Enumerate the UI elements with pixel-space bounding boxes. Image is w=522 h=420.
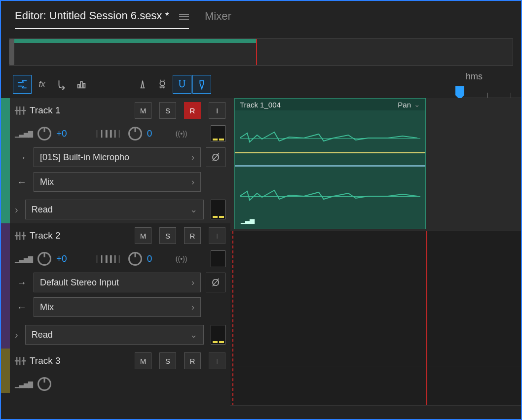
track-lane-2[interactable] [230, 231, 521, 366]
chevron-down-icon[interactable]: ⌄ [414, 100, 420, 109]
output-select-2[interactable]: Mix › [34, 297, 201, 317]
chevron-right-icon: › [191, 152, 194, 163]
panel-tabs: Editor: Untitled Session 6.sesx * Mixer [1, 1, 521, 32]
tab-editor-label: Editor: Untitled Session 6.sesx * [15, 9, 169, 22]
timeline-lanes[interactable]: Track 1_004 Pan ⌄ [230, 98, 521, 406]
phase-button-2[interactable]: Ø [206, 273, 225, 292]
playhead-pin-toggle[interactable] [192, 75, 211, 94]
pan-icon: ▏▎▍▍▎▏ [97, 130, 123, 138]
overview-clip [14, 39, 256, 43]
input-label-1: [01S] Built-in Micropho [40, 152, 129, 163]
chevron-right-icon: › [191, 278, 194, 288]
volume-knob-3[interactable] [37, 377, 51, 391]
monitor-button-3[interactable]: I [209, 352, 225, 369]
solo-button-3[interactable]: S [159, 352, 176, 369]
expand-automation-2[interactable]: › [15, 329, 18, 341]
meter-2b [211, 325, 225, 345]
input-arrow-icon: → [15, 152, 29, 163]
mute-button-2[interactable]: M [135, 227, 151, 244]
tab-mixer[interactable]: Mixer [205, 10, 231, 29]
clip-header[interactable]: Track 1_004 Pan ⌄ [235, 99, 425, 110]
solo-button-1[interactable]: S [159, 102, 176, 119]
track-color-2[interactable] [1, 223, 10, 349]
envelope-pan[interactable] [235, 165, 425, 167]
chevron-right-icon: › [191, 177, 194, 187]
track-header-3[interactable]: ╋╫╋ Track 3 M S R I ▁▃▅▇ [1, 349, 230, 393]
pan-value-2[interactable]: 0 [147, 253, 152, 264]
volume-knob-2[interactable] [37, 252, 51, 266]
pan-icon: ▏▎▍▍▎▏ [97, 255, 123, 263]
clip-name: Track 1_004 [240, 101, 281, 109]
output-select-1[interactable]: Mix › [34, 172, 201, 192]
meter-1 [211, 125, 225, 142]
sends-toggle[interactable] [52, 75, 71, 94]
automation-mode-2[interactable]: Read ⌄ [25, 325, 204, 345]
pan-knob-1[interactable] [128, 127, 142, 140]
chevron-right-icon: › [191, 302, 194, 313]
track-header-2[interactable]: ╋╫╋ Track 2 M S R I ▁▃▅▇ +0 ▏▎▍▍▎▏ [1, 223, 230, 349]
track-name-1[interactable]: Track 1 [30, 105, 127, 116]
output-arrow-icon: ← [15, 302, 29, 313]
expand-automation-1[interactable]: › [15, 204, 18, 215]
record-arm-button-3[interactable]: R [184, 352, 201, 369]
volume-value-2[interactable]: +0 [56, 253, 67, 264]
pan-value-1[interactable]: 0 [147, 128, 152, 139]
track-toolbar: fx [1, 70, 230, 98]
audio-clip-1[interactable]: Track 1_004 Pan ⌄ [234, 98, 426, 229]
waveform-icon: ╋╫╋ [15, 357, 25, 365]
phase-button-1[interactable]: Ø [206, 147, 225, 167]
automation-mode-1[interactable]: Read ⌄ [25, 200, 204, 219]
pan-knob-2[interactable] [128, 252, 142, 266]
waveform-icon: ╋╫╋ [15, 106, 25, 114]
fx-toggle[interactable]: fx [33, 75, 51, 94]
panel-menu-icon[interactable] [179, 12, 189, 19]
playhead-start-marker[interactable] [455, 86, 464, 95]
tracks-area: ╋╫╋ Track 1 M S R I ▁▃▅▇ +0 ▏▎▍▍▎▏ [1, 98, 521, 406]
track-color-1[interactable] [1, 98, 10, 223]
snap-toggle[interactable] [173, 75, 191, 94]
track-name-3[interactable]: Track 3 [30, 355, 127, 366]
metronome-toggle[interactable] [133, 75, 152, 94]
automation-label-1: Read [32, 205, 53, 215]
input-label-2: Default Stereo Input [40, 278, 119, 288]
timeline-overview[interactable] [9, 38, 513, 66]
automation-label-2: Read [32, 330, 53, 340]
tab-editor[interactable]: Editor: Untitled Session 6.sesx * [15, 9, 189, 29]
volume-knob-1[interactable] [37, 127, 51, 140]
input-select-1[interactable]: [01S] Built-in Micropho › [34, 147, 201, 167]
volume-value-1[interactable]: +0 [56, 128, 67, 139]
output-label-1: Mix [40, 177, 54, 187]
timeline-ruler[interactable]: hms 5.0 10.0 [460, 70, 521, 98]
overview-handle[interactable] [9, 39, 14, 65]
overview-playhead[interactable] [256, 39, 257, 65]
inputs-toggle[interactable] [13, 75, 32, 94]
waveform-svg-1 [240, 128, 421, 148]
track-lane-3[interactable] [230, 366, 521, 406]
svg-rect-1 [80, 82, 82, 88]
track-color-3[interactable] [1, 349, 10, 393]
envelope-volume[interactable] [235, 152, 425, 153]
monitor-button-1[interactable]: I [209, 102, 225, 119]
record-arm-button-1[interactable]: R [184, 102, 201, 119]
eq-toggle[interactable] [72, 75, 91, 94]
track-name-2[interactable]: Track 2 [30, 230, 127, 241]
mute-button-3[interactable]: M [135, 352, 151, 369]
waveform-icon: ╋╫╋ [15, 232, 25, 240]
record-arm-button-2[interactable]: R [184, 227, 201, 244]
mute-button-1[interactable]: M [135, 102, 151, 119]
fade-icon[interactable]: ▁▃▅ [241, 216, 254, 224]
clip-envelope-label[interactable]: Pan [398, 101, 411, 109]
tab-mixer-label: Mixer [205, 10, 231, 23]
svg-point-3 [160, 81, 164, 86]
stereo-icon: ((•)) [176, 255, 187, 263]
track-header-1[interactable]: ╋╫╋ Track 1 M S R I ▁▃▅▇ +0 ▏▎▍▍▎▏ [1, 98, 230, 223]
autoscroll-toggle[interactable] [153, 75, 172, 94]
volume-icon: ▁▃▅▇ [15, 381, 33, 388]
svg-rect-0 [78, 84, 80, 88]
input-select-2[interactable]: Default Stereo Input › [34, 273, 201, 292]
meter-1b [211, 200, 225, 219]
track-lane-1[interactable]: Track 1_004 Pan ⌄ [230, 98, 521, 231]
output-label-2: Mix [40, 302, 54, 313]
monitor-button-2[interactable]: I [209, 227, 225, 244]
solo-button-2[interactable]: S [159, 227, 176, 244]
